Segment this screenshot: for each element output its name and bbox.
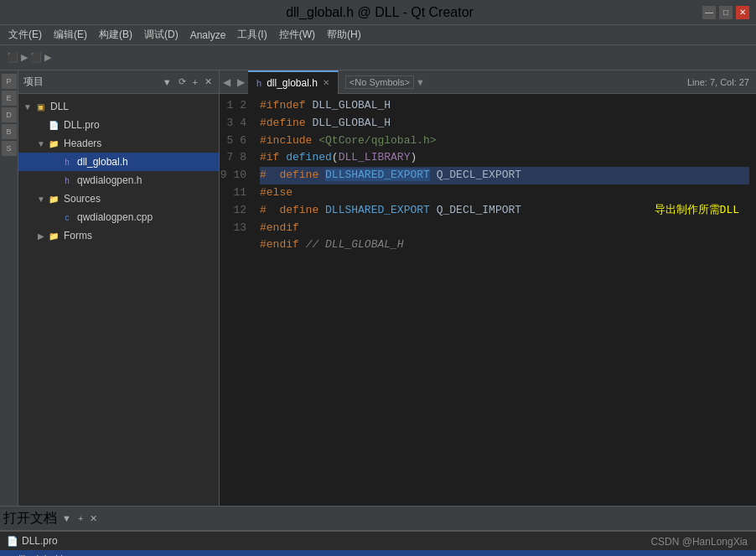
sync-icon[interactable]: ⟳ xyxy=(177,76,188,87)
symbols-dropdown[interactable]: <No Symbols> xyxy=(345,75,414,89)
tree-item-label: DLL.pro xyxy=(64,119,100,131)
menu-help[interactable]: 帮助(H) xyxy=(322,26,366,44)
watermark: CSDN @HanLongXia xyxy=(650,536,748,548)
tree-item[interactable]: hdll_global.h xyxy=(18,153,219,171)
tab-bar: ◀ ▶ h dll_global.h ✕ <No Symbols> ▼ Line… xyxy=(220,70,756,94)
add-icon[interactable]: + xyxy=(191,77,199,87)
bottom-close-icon[interactable]: ✕ xyxy=(88,513,99,524)
window-controls: — □ ✕ xyxy=(702,6,749,19)
symbols-area: <No Symbols> ▼ xyxy=(339,75,681,89)
sidebar-icon-debug[interactable]: D xyxy=(2,107,17,122)
tree-expand-arrow[interactable]: ▼ xyxy=(35,195,47,204)
project-panel-header: 项目 ▼ ⟳ + ✕ xyxy=(18,70,219,94)
dropdown-arrow[interactable]: ▼ xyxy=(416,77,425,87)
menu-debug[interactable]: 调试(D) xyxy=(139,26,184,44)
tree-item-icon: 📁 xyxy=(47,193,60,205)
project-tree: ▼▣DLL📄DLL.pro▼📁Headershdll_global.hhqwdi… xyxy=(18,94,219,506)
line-numbers: 1 2 3 4 5 6 7 8 9 10 11 12 13 xyxy=(220,94,253,506)
main-layout: P E D B S 项目 ▼ ⟳ + ✕ ▼▣DLL📄DLL.pro▼📁Head… xyxy=(0,70,756,506)
sidebar-icon-projects[interactable]: P xyxy=(2,74,17,89)
tree-item-icon: 📄 xyxy=(47,119,60,131)
restore-button[interactable]: □ xyxy=(719,6,733,19)
menu-controls[interactable]: 控件(W) xyxy=(274,26,320,44)
bottom-add-icon[interactable]: + xyxy=(76,513,85,523)
open-doc-item[interactable]: 📄DLL.pro xyxy=(0,532,756,550)
editor-area: ◀ ▶ h dll_global.h ✕ <No Symbols> ▼ Line… xyxy=(220,70,756,506)
tree-item-label: dll_global.h xyxy=(77,156,128,168)
nav-back[interactable]: ◀ xyxy=(220,76,234,88)
tree-item[interactable]: 📄DLL.pro xyxy=(18,116,219,134)
open-docs-label: 打开文档 xyxy=(3,510,57,527)
titlebar-title: dll_global.h @ DLL - Qt Creator xyxy=(286,5,474,20)
tree-item-label: Sources xyxy=(64,193,101,205)
tree-item-label: Forms xyxy=(64,230,92,242)
menu-edit[interactable]: 编辑(E) xyxy=(49,26,92,44)
annotation-text: 导出制作所需DLL xyxy=(655,202,739,217)
titlebar: dll_global.h @ DLL - Qt Creator — □ ✕ xyxy=(0,0,756,25)
tree-item-label: qwdialogpen.h xyxy=(77,174,142,186)
project-header-label: 项目 xyxy=(23,75,158,89)
tree-item-icon: 📁 xyxy=(47,230,60,242)
minimize-button[interactable]: — xyxy=(702,6,716,19)
doc-label: DLL.pro xyxy=(22,535,58,547)
nav-forward[interactable]: ▶ xyxy=(234,76,248,88)
sidebar-icon-build[interactable]: B xyxy=(2,124,17,139)
tree-item[interactable]: ▼📁Sources xyxy=(18,190,219,208)
sidebar-icon-search[interactable]: S xyxy=(2,141,17,156)
menu-file[interactable]: 文件(E) xyxy=(3,26,47,44)
code-content[interactable]: #ifndef DLL_GLOBAL_H#define DLL_GLOBAL_H… xyxy=(253,94,756,506)
tab-close-button[interactable]: ✕ xyxy=(323,78,329,87)
tree-item[interactable]: ▶📁Forms xyxy=(18,226,219,245)
tree-item-label: DLL xyxy=(50,101,69,112)
tree-item-icon: h xyxy=(60,156,74,168)
line-col-info: Line: 7, Col: 27 xyxy=(681,77,756,87)
tree-item-icon: 📁 xyxy=(47,138,60,149)
close-button[interactable]: ✕ xyxy=(736,6,749,19)
tab-dll-global-h[interactable]: h dll_global.h ✕ xyxy=(248,70,339,94)
toolbar: ⬛ ▶ ⬛ ▶ xyxy=(0,45,756,70)
tree-item-icon: c xyxy=(60,211,74,223)
tree-expand-arrow[interactable]: ▶ xyxy=(35,231,47,241)
filter-icon[interactable]: ▼ xyxy=(161,77,173,87)
tree-item[interactable]: cqwdialogpen.cpp xyxy=(18,208,219,226)
tab-label: dll_global.h xyxy=(267,77,318,89)
open-doc-item[interactable]: hdll_global.h xyxy=(0,550,756,556)
tree-item-label: Headers xyxy=(64,138,101,149)
tree-expand-arrow[interactable]: ▼ xyxy=(22,102,34,112)
menubar: 文件(E) 编辑(E) 构建(B) 调试(D) Analyze 工具(I) 控件… xyxy=(0,25,756,45)
tree-item[interactable]: hqwdialogpen.h xyxy=(18,171,219,190)
menu-tools[interactable]: 工具(I) xyxy=(232,26,272,44)
tree-expand-arrow[interactable]: ▼ xyxy=(35,139,47,148)
tree-item[interactable]: ▼📁Headers xyxy=(18,134,219,153)
code-editor[interactable]: 1 2 3 4 5 6 7 8 9 10 11 12 13 #ifndef DL… xyxy=(220,94,756,506)
bottom-filter-icon[interactable]: ▼ xyxy=(60,513,73,523)
tab-file-icon: h xyxy=(256,78,261,88)
menu-analyze[interactable]: Analyze xyxy=(185,28,231,43)
open-docs-list: 📄DLL.prohdll_global.h xyxy=(0,531,756,556)
project-panel: 项目 ▼ ⟳ + ✕ ▼▣DLL📄DLL.pro▼📁Headershdll_gl… xyxy=(18,70,220,506)
doc-icon: 📄 xyxy=(7,536,18,547)
sidebar-icon-edit[interactable]: E xyxy=(2,91,17,106)
tree-item-label: qwdialogpen.cpp xyxy=(77,211,153,223)
tree-item[interactable]: ▼▣DLL xyxy=(18,97,219,116)
close-panel-icon[interactable]: ✕ xyxy=(203,76,214,87)
tree-item-icon: ▣ xyxy=(34,101,47,112)
left-sidebar-icons: P E D B S xyxy=(0,70,18,506)
open-docs-header: 打开文档 ▼ + ✕ xyxy=(0,506,756,531)
menu-build[interactable]: 构建(B) xyxy=(94,26,137,44)
tree-item-icon: h xyxy=(60,174,74,186)
